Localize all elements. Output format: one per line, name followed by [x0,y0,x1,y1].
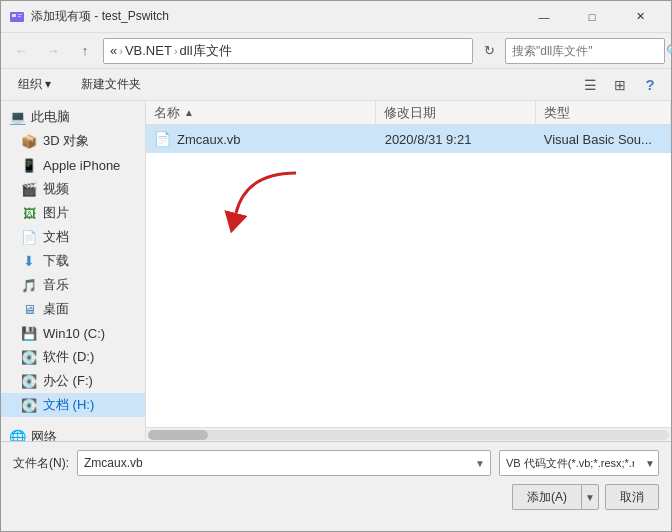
disk-h-icon: 💽 [21,397,37,413]
sidebar-item-music[interactable]: 🎵 音乐 [1,273,145,297]
sidebar-label-phone: Apple iPhone [43,158,120,173]
action-row: 添加(A) ▼ 取消 [13,484,659,510]
doc-icon: 📄 [21,229,37,245]
sidebar-label-f: 办公 (F:) [43,372,93,390]
back-button[interactable]: ← [7,37,35,65]
forward-button[interactable]: → [39,37,67,65]
sidebar-item-d[interactable]: 💽 软件 (D:) [1,345,145,369]
sidebar-label-d: 软件 (D:) [43,348,94,366]
view-details-button[interactable]: ☰ [577,72,603,98]
file-icon: 📄 [154,131,171,147]
desktop-icon: 🖥 [21,301,37,317]
bottom-area: 文件名(N): ▼ VB 代码文件(*.vb;*.resx;*.resw 所有文… [1,441,671,531]
scroll-thumb-x[interactable] [148,430,208,440]
minimize-button[interactable]: — [521,1,567,33]
refresh-button[interactable]: ↻ [477,39,501,63]
sidebar-label-pic: 图片 [43,204,69,222]
filename-input[interactable] [77,450,491,476]
search-icon: 🔍 [666,44,672,58]
window-title: 添加现有项 - test_Pswitch [31,8,169,25]
sidebar-item-pic[interactable]: 🖼 图片 [1,201,145,225]
sidebar-label-dl: 下载 [43,252,69,270]
svg-rect-2 [18,14,22,15]
pic-icon: 🖼 [21,205,37,221]
sidebar-item-h[interactable]: 💽 文档 (H:) [1,393,145,417]
pc-icon: 💻 [9,109,25,125]
scrollbar-x[interactable] [146,427,671,441]
col-header-date[interactable]: 修改日期 [376,101,535,124]
filename-dropdown-button[interactable]: ▼ [469,450,491,476]
title-bar: 添加现有项 - test_Pswitch — □ ✕ [1,1,671,33]
sidebar: 💻 此电脑 📦 3D 对象 📱 Apple iPhone 🎬 视频 🖼 图片 📄 [1,101,146,441]
sidebar-item-network[interactable]: 🌐 网络 [1,425,145,441]
maximize-button[interactable]: □ [569,1,615,33]
sidebar-label-c: Win10 (C:) [43,326,105,341]
disk-f-icon: 💽 [21,373,37,389]
file-name-cell: 📄 Zmcaux.vb [146,125,377,153]
up-button[interactable]: ↑ [71,37,99,65]
breadcrumb: « › VB.NET › dll库文件 [110,42,232,60]
sidebar-label-pc: 此电脑 [31,108,70,126]
sidebar-item-phone[interactable]: 📱 Apple iPhone [1,153,145,177]
view-controls: ☰ ⊞ ? [577,72,663,98]
filename-row: 文件名(N): ▼ VB 代码文件(*.vb;*.resx;*.resw 所有文… [13,450,659,476]
content-area: 💻 此电脑 📦 3D 对象 📱 Apple iPhone 🎬 视频 🖼 图片 📄 [1,101,671,441]
file-list-body: 📄 Zmcaux.vb 2020/8/31 9:21 Visual Basic … [146,125,671,427]
red-arrow [216,163,306,233]
nav-toolbar: ← → ↑ « › VB.NET › dll库文件 ↻ 🔍 [1,33,671,69]
new-folder-button[interactable]: 新建文件夹 [72,72,150,98]
scroll-track-x [148,430,669,440]
add-button-group: 添加(A) ▼ [512,484,599,510]
cancel-button[interactable]: 取消 [605,484,659,510]
filename-label: 文件名(N): [13,455,69,472]
sidebar-item-doc[interactable]: 📄 文档 [1,225,145,249]
sidebar-item-f[interactable]: 💽 办公 (F:) [1,369,145,393]
3d-icon: 📦 [21,133,37,149]
organize-button[interactable]: 组织 ▾ [9,72,60,98]
view-tiles-button[interactable]: ⊞ [607,72,633,98]
file-list-header: 名称 ▲ 修改日期 类型 [146,101,671,125]
sidebar-label-network: 网络 [31,428,57,441]
sidebar-item-dl[interactable]: ⬇ 下载 [1,249,145,273]
breadcrumb-part1: « [110,43,117,58]
network-icon: 🌐 [9,429,25,441]
sidebar-item-desktop[interactable]: 🖥 桌面 [1,297,145,321]
svg-rect-3 [18,16,21,17]
music-icon: 🎵 [21,277,37,293]
table-row[interactable]: 📄 Zmcaux.vb 2020/8/31 9:21 Visual Basic … [146,125,671,153]
dl-icon: ⬇ [21,253,37,269]
sidebar-item-3d[interactable]: 📦 3D 对象 [1,129,145,153]
breadcrumb-part2: VB.NET [125,43,172,58]
col-header-type[interactable]: 类型 [536,101,672,124]
main-content: 名称 ▲ 修改日期 类型 📄 Zmcaux.vb [146,101,671,441]
disk-c-icon: 💾 [21,325,37,341]
title-bar-left: 添加现有项 - test_Pswitch [9,8,169,25]
col-header-name[interactable]: 名称 ▲ [146,101,376,124]
filename-input-wrapper: ▼ [77,450,491,476]
search-box[interactable]: 🔍 [505,38,665,64]
title-bar-controls: — □ ✕ [521,1,663,33]
help-button[interactable]: ? [637,72,663,98]
address-bar[interactable]: « › VB.NET › dll库文件 [103,38,473,64]
sidebar-label-h: 文档 (H:) [43,396,94,414]
sidebar-label-video: 视频 [43,180,69,198]
add-button[interactable]: 添加(A) [512,484,581,510]
sidebar-label-music: 音乐 [43,276,69,294]
add-dropdown-button[interactable]: ▼ [581,484,599,510]
close-button[interactable]: ✕ [617,1,663,33]
video-icon: 🎬 [21,181,37,197]
filetype-select[interactable]: VB 代码文件(*.vb;*.resx;*.resw 所有文件 (*.*) [499,450,659,476]
filetype-wrapper: VB 代码文件(*.vb;*.resx;*.resw 所有文件 (*.*) ▼ [499,450,659,476]
sidebar-label-3d: 3D 对象 [43,132,89,150]
svg-rect-1 [12,14,16,17]
search-input[interactable] [512,44,662,58]
action-bar: 组织 ▾ 新建文件夹 ☰ ⊞ ? [1,69,671,101]
sidebar-divider [1,417,145,425]
sidebar-item-pc[interactable]: 💻 此电脑 [1,105,145,129]
sidebar-item-video[interactable]: 🎬 视频 [1,177,145,201]
sidebar-item-c[interactable]: 💾 Win10 (C:) [1,321,145,345]
dialog-window: 添加现有项 - test_Pswitch — □ ✕ ← → ↑ « › VB.… [0,0,672,532]
disk-d-icon: 💽 [21,349,37,365]
phone-icon: 📱 [21,157,37,173]
sidebar-label-doc: 文档 [43,228,69,246]
